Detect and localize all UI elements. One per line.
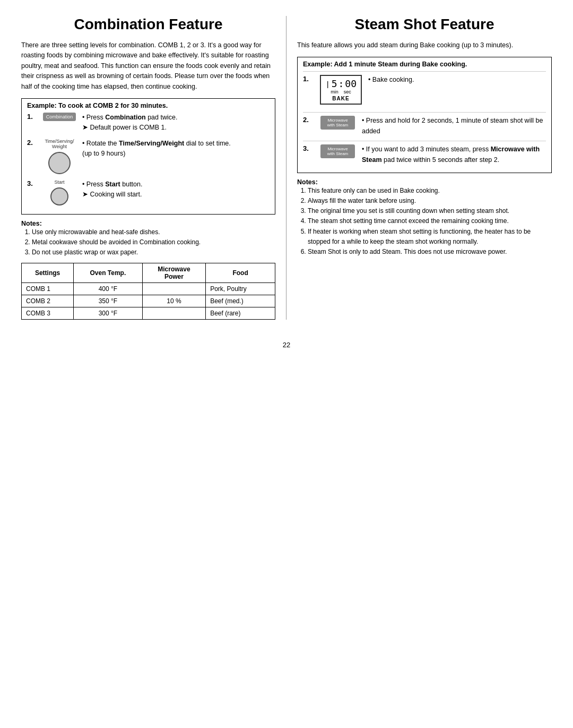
table-row: COMB 1 400 °F Pork, Poultry [22,283,275,295]
steam-step-2-num: 2. [303,113,314,124]
step-1-content: • Press Combination pad twice. ➤ Default… [82,113,270,133]
table-cell-power-3 [142,307,206,320]
table-header-food: Food [206,263,275,283]
combination-notes-title: Notes: [21,220,275,227]
bake-time-display: ❘ 5 : 00 [325,78,357,89]
steam-shot-notes-title: Notes: [297,178,552,186]
step-2-icon: Time/Serving/Weight [41,139,78,174]
table-cell-settings-1: COMB 1 [22,283,74,295]
steam-note-2: Always fill the water tank before using. [308,196,552,206]
table-cell-food-2: Beef (med.) [206,295,275,307]
steam-step-3-content: • If you want to add 3 minutes steam, pr… [362,141,546,165]
bake-colon: : [338,78,344,89]
microwave-steam-icon-2: Microwavewith Steam [318,113,358,133]
steam-note-1: This feature only can be used in Bake co… [308,186,552,196]
bake-display-icon: ❘ 5 : 00 min sec BAKE [318,72,364,108]
bake-time-colon: ❘ [325,79,331,89]
steam-shot-example-title: Example: Add 1 minute Steam during Bake … [303,61,546,68]
step-3-num: 3. [27,179,37,187]
dial-label: Time/Serving/Weight [45,139,74,149]
microwave-with-steam-button-2: Microwavewith Steam [320,116,355,130]
combination-note-1: Use only microwavable and heat-safe dish… [32,227,275,237]
combination-button-icon: Combination [43,113,76,121]
steam-shot-example-box: Example: Add 1 minute Steam during Bake … [297,57,552,173]
combination-step-2: 2. Time/Serving/Weight • Rotate the Time… [27,139,270,174]
combination-note-2: Metal cookwave should be avoided in Comb… [32,237,275,247]
step-2-bullet-2: (up to 9 hours) [82,149,270,159]
step-3-bullet-2: ➤ Cooking will start. [82,190,270,200]
step-1-num: 1. [27,113,37,121]
combination-notes: Notes: Use only microwavable and heat-sa… [21,220,275,258]
combination-example-title: Example: To cook at COMB 2 for 30 minute… [27,102,270,109]
step-3-icon: Start [41,179,78,205]
table-header-oven-temp: Oven Temp. [74,263,142,283]
combination-step-3: 3. Start • Press Start button. ➤ Cooking… [27,179,270,205]
table-cell-food-3: Beef (rare) [206,307,275,320]
combination-section: Combination Feature There are three sett… [21,16,286,320]
microwave-with-steam-button-3: Microwavewith Steam [320,144,355,158]
steam-step-2-content: • Press and hold for 2 seconds, 1 minute… [362,113,546,136]
microwave-steam-icon-3: Microwavewith Steam [318,141,358,161]
table-cell-temp-1: 400 °F [74,283,142,295]
steam-shot-intro: This feature allows you add steam during… [297,40,552,50]
step-3-bullet-1: • Press Start button. [82,179,270,190]
bake-min-label: min [331,89,338,95]
table-header-settings: Settings [22,263,74,283]
steam-step-1: 1. ❘ 5 : 00 min sec BAKE [303,71,546,108]
combination-example-box: Example: To cook at COMB 2 for 30 minute… [21,98,275,215]
combination-intro: There are three setting levels for combi… [21,40,275,92]
bake-minutes: 5 [332,78,337,89]
steam-step-1-num: 1. [303,72,314,83]
steam-step-1-content: • Bake cooking. [368,72,546,85]
steam-shot-section: Steam Shot Feature This feature allows y… [286,16,552,320]
bake-seconds: 00 [345,78,357,89]
table-row: COMB 3 300 °F Beef (rare) [22,307,275,320]
steam-note-4: The steam shot setting time cannot excee… [308,216,552,226]
bake-display: ❘ 5 : 00 min sec BAKE [320,75,362,105]
step-1-bullet-2: ➤ Default power is COMB 1. [82,123,270,133]
table-row: COMB 2 350 °F 10 % Beef (med.) [22,295,275,307]
dial-circle-icon [48,152,71,174]
steam-step-2: 2. Microwavewith Steam • Press and hold … [303,112,546,136]
table-cell-temp-2: 350 °F [74,295,142,307]
page-number: 22 [21,341,552,349]
step-1-bullet-1: • Press Combination pad twice. [82,113,270,123]
start-label: Start [54,179,64,185]
step-3-content: • Press Start button. ➤ Cooking will sta… [82,179,270,200]
combination-title: Combination Feature [21,16,275,33]
table-cell-settings-2: COMB 2 [22,295,74,307]
steam-note-5: If heater is working when steam shot set… [308,227,552,247]
page-layout: Combination Feature There are three sett… [21,16,552,320]
bake-mode-label: BAKE [332,96,349,101]
start-button-icon [50,187,68,205]
table-header-microwave-power: MicrowavePower [142,263,206,283]
table-cell-temp-3: 300 °F [74,307,142,320]
steam-step-3-num: 3. [303,141,314,152]
combination-table: Settings Oven Temp. MicrowavePower Food … [21,263,275,320]
combination-notes-list: Use only microwavable and heat-safe dish… [21,227,275,258]
step-2-num: 2. [27,139,37,147]
step-2-bullet-1: • Rotate the Time/Serving/Weight dial to… [82,139,270,149]
table-cell-settings-3: COMB 3 [22,307,74,320]
steam-shot-notes: Notes: This feature only can be used in … [297,178,552,257]
table-cell-power-2: 10 % [142,295,206,307]
table-cell-power-1 [142,283,206,295]
bake-label-row: min sec [331,89,351,95]
steam-step-3: 3. Microwavewith Steam • If you want to … [303,141,546,165]
combination-step-1: 1. Combination • Press Combination pad t… [27,113,270,133]
step-2-content: • Rotate the Time/Serving/Weight dial to… [82,139,270,159]
bake-sec-label: sec [344,89,351,95]
step-1-icon: Combination [41,113,78,121]
steam-shot-title: Steam Shot Feature [297,16,552,33]
combination-note-3: Do not use plastic wrap or wax paper. [32,247,275,258]
steam-shot-notes-list: This feature only can be used in Bake co… [297,186,552,257]
steam-note-3: The original time you set is still count… [308,206,552,216]
table-cell-food-1: Pork, Poultry [206,283,275,295]
steam-note-6: Steam Shot is only to add Steam. This do… [308,247,552,257]
